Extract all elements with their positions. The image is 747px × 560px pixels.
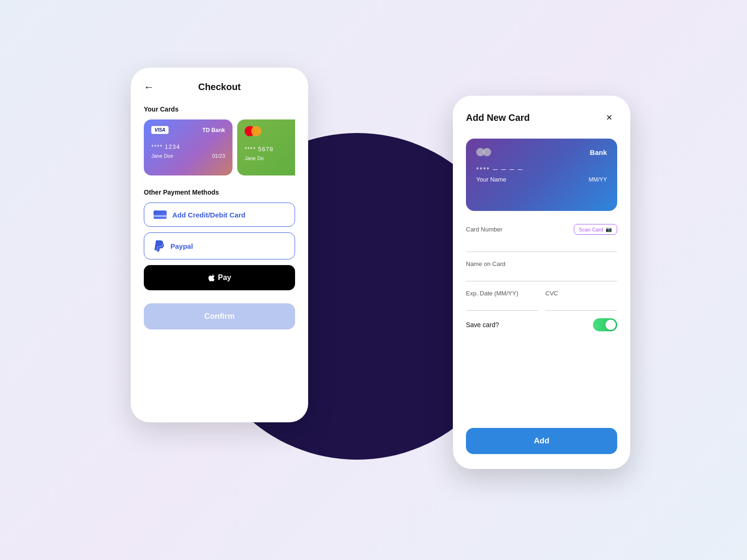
exp-date-field: Exp. Date (MM/YY) xyxy=(466,289,538,311)
scan-card-button[interactable]: Scan Card 📷 xyxy=(574,224,617,235)
scene: ← Checkout Your Cards VISA TD Bank **** … xyxy=(117,58,630,502)
cvc-input[interactable] xyxy=(545,297,617,311)
cvc-label: CVC xyxy=(545,290,558,297)
card-number-input[interactable] xyxy=(466,238,617,252)
preview-expiry: MM/YY xyxy=(589,176,607,183)
save-card-toggle[interactable] xyxy=(593,318,617,331)
mc-card-number: **** 5678 xyxy=(245,146,295,153)
back-button[interactable]: ← xyxy=(144,81,154,93)
add-credit-card-label: Add Credit/Debit Card xyxy=(172,211,246,219)
td-bank-name: TD Bank xyxy=(202,127,225,133)
apple-icon xyxy=(208,274,215,281)
camera-icon: 📷 xyxy=(606,226,612,232)
save-card-row: Save card? xyxy=(466,318,617,331)
paypal-icon xyxy=(154,240,165,252)
preview-card: Bank **** ─ ─ ─ ─ Your Name MM/YY xyxy=(466,139,617,211)
save-card-label: Save card? xyxy=(466,321,499,329)
name-on-card-input[interactable] xyxy=(466,268,617,281)
add-credit-card-button[interactable]: Add Credit/Debit Card xyxy=(144,203,295,227)
visa-cardholder: Jane Doe xyxy=(151,153,173,159)
checkout-phone: ← Checkout Your Cards VISA TD Bank **** … xyxy=(131,68,308,422)
chip-circle-right xyxy=(483,148,491,156)
mc-card-header xyxy=(245,126,295,136)
other-payment-label: Other Payment Methods xyxy=(144,189,295,196)
visa-card[interactable]: VISA TD Bank **** 1234 Jane Doe 01/23 xyxy=(144,119,233,175)
checkout-title: Checkout xyxy=(198,82,240,92)
toggle-knob xyxy=(606,320,616,330)
exp-date-input[interactable] xyxy=(466,297,538,311)
your-cards-label: Your Cards xyxy=(144,105,295,113)
visa-card-bottom: Jane Doe 01/23 xyxy=(151,153,225,159)
mc-orange-circle xyxy=(251,126,261,136)
mc-logo xyxy=(245,126,261,136)
exp-date-label: Exp. Date (MM/YY) xyxy=(466,290,518,297)
mc-card-bottom: Jane Do xyxy=(245,155,295,161)
card-number-label: Card Number xyxy=(466,226,502,233)
name-on-card-field-group: Name on Card xyxy=(466,259,617,281)
cvc-field: CVC xyxy=(545,289,617,311)
credit-card-icon xyxy=(154,210,167,219)
modal-header: Add New Card × xyxy=(466,110,617,126)
paypal-label: Paypal xyxy=(170,242,193,250)
chip-icon xyxy=(476,148,491,156)
apple-pay-button[interactable]: Pay xyxy=(144,265,295,290)
visa-expiry: 01/23 xyxy=(212,153,225,159)
mastercard-card[interactable]: **** 5678 Jane Do xyxy=(237,119,295,175)
card-header: VISA TD Bank xyxy=(151,126,225,134)
mc-cardholder: Jane Do xyxy=(245,155,264,161)
exp-cvc-row: Exp. Date (MM/YY) CVC xyxy=(466,289,617,311)
checkout-header: ← Checkout xyxy=(144,82,295,92)
scan-card-label: Scan Card xyxy=(579,227,603,232)
preview-card-bottom: Your Name MM/YY xyxy=(476,176,607,183)
name-on-card-label: Name on Card xyxy=(466,260,506,267)
cards-row: VISA TD Bank **** 1234 Jane Doe 01/23 * xyxy=(144,119,295,175)
card-form: Card Number Scan Card 📷 Name on Card Exp… xyxy=(466,224,617,387)
close-modal-button[interactable]: × xyxy=(601,110,617,126)
visa-logo: VISA xyxy=(151,126,169,134)
preview-card-top: Bank xyxy=(476,148,607,156)
confirm-button[interactable]: Confirm xyxy=(144,303,295,329)
preview-bank-label: Bank xyxy=(590,148,607,156)
preview-card-number: **** ─ ─ ─ ─ xyxy=(476,166,607,173)
card-number-header: Card Number Scan Card 📷 xyxy=(466,224,617,235)
paypal-button[interactable]: Paypal xyxy=(144,232,295,259)
preview-cardholder-name: Your Name xyxy=(476,176,507,183)
add-card-button[interactable]: Add xyxy=(466,428,617,454)
visa-card-number: **** 1234 xyxy=(151,143,225,150)
card-number-field-group: Card Number Scan Card 📷 xyxy=(466,224,617,252)
add-card-modal: Add New Card × Bank **** ─ ─ ─ ─ Your Na… xyxy=(453,96,630,469)
apple-pay-label: Pay xyxy=(218,273,231,282)
modal-title: Add New Card xyxy=(466,112,530,123)
